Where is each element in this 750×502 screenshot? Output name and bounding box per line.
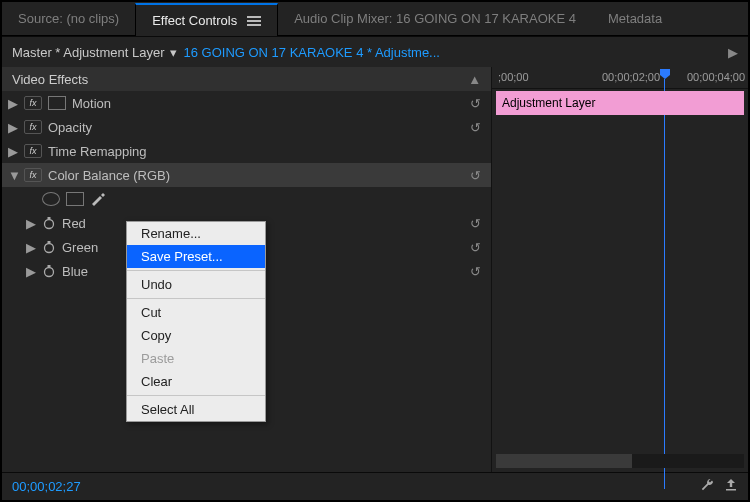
footer-tools: [700, 478, 738, 495]
motion-transform-icon: [48, 96, 66, 110]
svg-point-4: [45, 268, 54, 277]
reset-button[interactable]: ↺: [465, 264, 485, 279]
panel-menu-icon[interactable]: [247, 16, 261, 26]
menu-item-paste: Paste: [127, 347, 265, 370]
current-timecode[interactable]: 00;00;02;27: [12, 479, 81, 494]
tab-audio-mixer-label: Audio Clip Mixer: 16 GOING ON 17 KARAOKE…: [294, 11, 576, 26]
svg-rect-5: [48, 265, 51, 267]
svg-rect-1: [48, 217, 51, 219]
timeline-clip-label: Adjustment Layer: [502, 96, 595, 110]
reset-button[interactable]: ↺: [465, 216, 485, 231]
tab-audio-mixer[interactable]: Audio Clip Mixer: 16 GOING ON 17 KARAOKE…: [278, 2, 592, 36]
fx-badge-icon[interactable]: fx: [24, 144, 42, 158]
keyframe-timeline[interactable]: ;00;00 00;00;02;00 00;00;04;00 Adjustmen…: [492, 67, 748, 472]
time-tick: ;00;00: [498, 71, 529, 83]
master-dropdown[interactable]: Master * Adjustment Layer ▾: [12, 45, 177, 60]
effect-controls-panel: Master * Adjustment Layer ▾ 16 GOING ON …: [2, 36, 748, 472]
effect-row-time-remapping[interactable]: ▶ fx Time Remapping: [2, 139, 491, 163]
menu-item-rename[interactable]: Rename...: [127, 222, 265, 245]
play-icon[interactable]: ▶: [728, 45, 738, 60]
svg-rect-3: [48, 241, 51, 243]
effect-opacity-label: Opacity: [48, 120, 92, 135]
twirl-icon[interactable]: ▶: [8, 96, 18, 111]
sequence-clip-link[interactable]: 16 GOING ON 17 KARAOKE 4 * Adjustme...: [183, 45, 440, 60]
panel-tabs: Source: (no clips) Effect Controls Audio…: [2, 2, 748, 36]
effect-color-balance-label: Color Balance (RGB): [48, 168, 170, 183]
stopwatch-icon[interactable]: [42, 240, 56, 254]
context-menu: Rename... Save Preset... Undo Cut Copy P…: [126, 221, 266, 422]
time-tick: 00;00;04;00: [687, 71, 745, 83]
tab-source[interactable]: Source: (no clips): [2, 2, 135, 36]
effect-motion-label: Motion: [72, 96, 111, 111]
twirl-icon[interactable]: ▼: [8, 168, 18, 183]
effect-row-motion[interactable]: ▶ fx Motion ↺: [2, 91, 491, 115]
fx-badge-icon[interactable]: fx: [24, 168, 42, 182]
stopwatch-icon[interactable]: [42, 216, 56, 230]
menu-item-clear[interactable]: Clear: [127, 370, 265, 393]
param-blue-label: Blue: [62, 264, 88, 279]
panel-footer: 00;00;02;27: [2, 472, 748, 500]
menu-item-select-all[interactable]: Select All: [127, 398, 265, 421]
stopwatch-icon[interactable]: [42, 264, 56, 278]
pen-mask-icon[interactable]: [90, 190, 106, 209]
time-tick: 00;00;02;00: [602, 71, 660, 83]
twirl-icon[interactable]: ▶: [26, 264, 36, 279]
horizontal-scrollbar[interactable]: [496, 454, 744, 468]
ellipse-mask-icon[interactable]: [42, 192, 60, 206]
reset-button[interactable]: ↺: [465, 120, 485, 135]
clip-header-row: Master * Adjustment Layer ▾ 16 GOING ON …: [2, 37, 748, 67]
effect-row-opacity[interactable]: ▶ fx Opacity ↺: [2, 115, 491, 139]
export-icon[interactable]: [724, 478, 738, 495]
mask-tools-row: [2, 187, 491, 211]
effect-time-remapping-label: Time Remapping: [48, 144, 147, 159]
section-video-effects: Video Effects ▲: [2, 67, 491, 91]
effect-row-color-balance[interactable]: ▼ fx Color Balance (RGB) ↺: [2, 163, 491, 187]
tab-metadata[interactable]: Metadata: [592, 2, 678, 36]
timeline-clip-bar[interactable]: Adjustment Layer: [496, 91, 744, 115]
master-label: Master * Adjustment Layer: [12, 45, 164, 60]
tab-effect-controls[interactable]: Effect Controls: [135, 3, 278, 37]
param-red-label: Red: [62, 216, 86, 231]
menu-item-copy[interactable]: Copy: [127, 324, 265, 347]
twirl-icon[interactable]: ▶: [26, 216, 36, 231]
fx-badge-icon[interactable]: fx: [24, 120, 42, 134]
section-video-effects-label: Video Effects: [12, 72, 88, 87]
twirl-icon[interactable]: ▶: [26, 240, 36, 255]
svg-point-2: [45, 244, 54, 253]
menu-item-cut[interactable]: Cut: [127, 301, 265, 324]
reset-button[interactable]: ↺: [465, 240, 485, 255]
playhead-line: [664, 79, 665, 489]
wrench-icon[interactable]: [700, 478, 714, 495]
twirl-icon[interactable]: ▶: [8, 120, 18, 135]
svg-point-0: [45, 220, 54, 229]
reset-button[interactable]: ↺: [465, 168, 485, 183]
param-green-label: Green: [62, 240, 98, 255]
playhead-icon[interactable]: [660, 69, 670, 79]
rectangle-mask-icon[interactable]: [66, 192, 84, 206]
fx-badge-icon[interactable]: fx: [24, 96, 42, 110]
menu-item-save-preset[interactable]: Save Preset...: [127, 245, 265, 268]
scrollbar-thumb[interactable]: [496, 454, 632, 468]
section-toggle-icon[interactable]: ▲: [468, 72, 481, 87]
menu-item-undo[interactable]: Undo: [127, 273, 265, 296]
menu-separator: [127, 270, 265, 271]
time-ruler[interactable]: ;00;00 00;00;02;00 00;00;04;00: [492, 67, 748, 89]
twirl-icon[interactable]: ▶: [8, 144, 18, 159]
menu-separator: [127, 395, 265, 396]
reset-button[interactable]: ↺: [465, 96, 485, 111]
tab-effect-controls-label: Effect Controls: [152, 13, 237, 28]
chevron-down-icon: ▾: [170, 45, 177, 60]
menu-separator: [127, 298, 265, 299]
tab-source-label: Source: (no clips): [18, 11, 119, 26]
tab-metadata-label: Metadata: [608, 11, 662, 26]
